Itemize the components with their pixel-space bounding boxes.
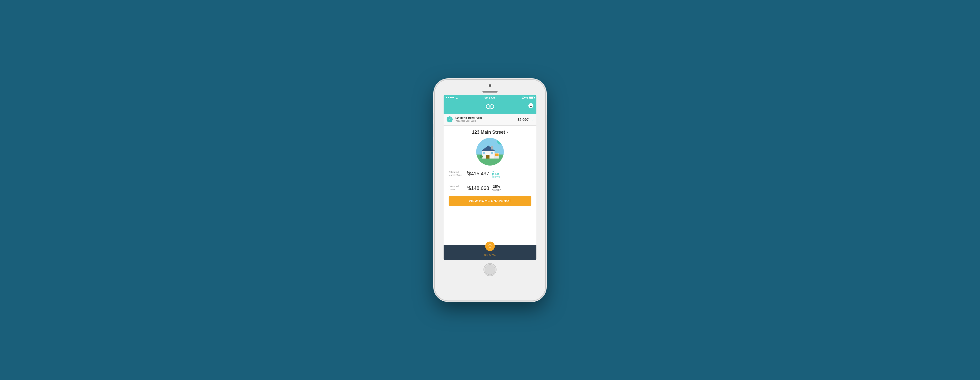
market-value-row: EstimatedMarket Value $$415,437 ▲ $2,937… — [449, 170, 531, 178]
camera — [489, 84, 491, 87]
equity-row: EstimatedEquity $$148,668 35% OWNED — [449, 184, 531, 192]
battery-icon — [529, 97, 534, 99]
up-arrow-icon: ▲ — [492, 170, 495, 173]
house-image-container: ✎ — [476, 138, 504, 165]
payment-date: Processed Jan. 22nd — [455, 120, 515, 122]
check-icon: ✓ — [447, 116, 453, 122]
chevron-right-icon: › — [532, 117, 533, 122]
payment-amount: $2,090st — [518, 118, 530, 122]
main-content: 123 Main Street ▾ — [444, 126, 536, 245]
battery-percent: 100% — [521, 96, 528, 99]
idea-label: Idea for You — [484, 254, 496, 256]
change-amount: $2,937 — [492, 173, 500, 176]
svg-rect-16 — [495, 154, 498, 156]
notification-badge[interactable]: 1 — [528, 103, 533, 108]
payment-label: PAYMENT RECEIVED — [455, 117, 515, 120]
svg-rect-17 — [480, 159, 500, 161]
mute-button — [434, 112, 434, 120]
volume-up-button — [434, 124, 434, 137]
home-button-inner — [485, 264, 495, 275]
equity-value: $$148,668 — [467, 185, 489, 191]
speaker — [482, 91, 498, 92]
payment-info: PAYMENT RECEIVED Processed Jan. 22nd — [455, 117, 515, 122]
signal-dot-3 — [450, 97, 451, 98]
market-value-change: ▲ $2,937 90-DAYS — [492, 170, 500, 178]
idea-button[interactable] — [485, 242, 495, 251]
signal-dot-4 — [451, 97, 453, 98]
svg-rect-14 — [491, 146, 493, 149]
stats-divider — [449, 181, 531, 181]
ownership-percent: 35% OWNED — [492, 184, 501, 192]
app-logo-icon — [486, 103, 494, 111]
svg-marker-5 — [481, 145, 495, 151]
status-bar: ▲ 9:41 AM 100% — [444, 95, 536, 100]
home-button[interactable] — [484, 263, 496, 276]
address-dropdown-icon[interactable]: ▾ — [507, 130, 508, 134]
change-period: 90-DAYS — [492, 176, 500, 178]
property-address: 123 Main Street — [472, 130, 505, 135]
signal-dot-1 — [446, 97, 447, 98]
svg-point-7 — [489, 157, 490, 157]
signal-dot-5 — [453, 97, 454, 98]
signal-dot-2 — [448, 97, 449, 98]
market-value-label: EstimatedMarket Value — [449, 171, 466, 176]
house-illustration — [480, 143, 500, 161]
payment-banner[interactable]: ✓ PAYMENT RECEIVED Processed Jan. 22nd $… — [444, 114, 536, 126]
svg-rect-19 — [481, 158, 481, 160]
app-header: 1 — [444, 100, 536, 114]
power-button — [546, 115, 546, 130]
battery-area: 100% — [521, 96, 534, 99]
phone-shell: ▲ 9:41 AM 100% 1 — [435, 80, 545, 301]
edit-icon[interactable]: ✎ — [497, 139, 503, 145]
address-row[interactable]: 123 Main Street ▾ — [472, 130, 508, 135]
market-value: $$415,437 — [467, 171, 489, 176]
bottom-bar: Idea for You — [444, 245, 536, 260]
phone-screen: ▲ 9:41 AM 100% 1 — [444, 95, 536, 260]
wifi-icon: ▲ — [456, 96, 458, 99]
volume-down-button — [434, 140, 434, 154]
stats-area: EstimatedMarket Value $$415,437 ▲ $2,937… — [449, 170, 531, 192]
equity-label: EstimatedEquity — [449, 185, 466, 191]
status-time: 9:41 AM — [484, 96, 495, 99]
view-home-snapshot-button[interactable]: VIEW HOME SNAPSHOT — [449, 196, 531, 206]
battery-fill — [530, 97, 533, 99]
signal-area: ▲ — [446, 96, 458, 99]
phone-top — [435, 80, 545, 92]
